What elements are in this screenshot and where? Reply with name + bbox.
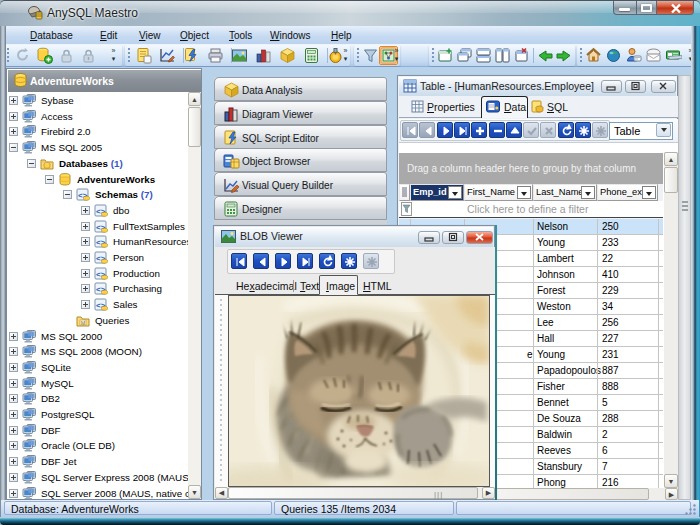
svg-text:M: M	[81, 319, 85, 325]
